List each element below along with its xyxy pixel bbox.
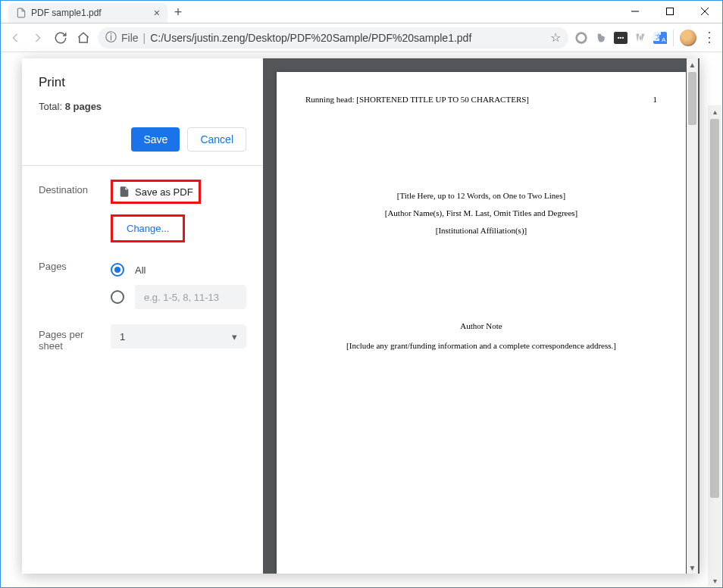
scroll-thumb[interactable]	[688, 72, 696, 125]
destination-value[interactable]: Save as PDF	[111, 180, 201, 204]
svg-text:文: 文	[656, 33, 662, 40]
save-button[interactable]: Save	[131, 127, 180, 152]
extension-icon-circle[interactable]	[574, 31, 588, 45]
doc-affiliation: [Institutional Affiliation(s)]	[305, 222, 657, 239]
page-number: 1	[653, 95, 658, 104]
browser-tab[interactable]: PDF sample1.pdf ×	[8, 3, 167, 23]
print-panel: Print Total: 8 pages Save Cancel Destina…	[22, 58, 263, 574]
minimize-button[interactable]	[618, 0, 653, 23]
cancel-button[interactable]: Cancel	[187, 127, 246, 152]
close-window-button[interactable]	[687, 0, 722, 23]
svg-point-4	[577, 33, 587, 42]
doc-title: [Title Here, up to 12 Words, on One to T…	[305, 187, 657, 205]
extension-icon-translate[interactable]: 文A	[653, 32, 667, 44]
destination-value-text: Save as PDF	[135, 186, 193, 198]
bookmark-star-icon[interactable]: ☆	[550, 30, 561, 45]
extension-icon-box[interactable]: •••	[614, 32, 628, 44]
print-total-prefix: Total:	[39, 101, 65, 112]
back-button[interactable]	[7, 30, 23, 46]
url-scheme: File	[121, 32, 139, 44]
pages-all-label: All	[135, 264, 146, 276]
print-total: Total: 8 pages	[39, 101, 246, 112]
print-title: Print	[39, 75, 246, 90]
site-info-icon[interactable]: ⓘ	[105, 30, 117, 45]
file-icon	[16, 8, 27, 18]
toolbar: ⓘ File | C:/Users/justin.zeng/Desktop/PD…	[1, 23, 722, 52]
preview-scrollbar[interactable]: ▲ ▼	[687, 58, 698, 574]
extension-icon-adobe[interactable]	[634, 31, 647, 45]
home-button[interactable]	[75, 30, 92, 46]
pages-range-radio[interactable]	[111, 290, 124, 304]
forward-button[interactable]	[30, 30, 46, 46]
reload-button[interactable]	[52, 30, 69, 46]
url-path: C:/Users/justin.zeng/Desktop/PDF%20Sampl…	[150, 32, 471, 44]
running-head: Running head: [SHORTENED TITLE UP TO 50 …	[305, 95, 529, 104]
extension-icon-evernote[interactable]	[594, 31, 608, 45]
address-bar[interactable]: ⓘ File | C:/Users/justin.zeng/Desktop/PD…	[98, 27, 568, 48]
change-destination-button[interactable]: Change...	[111, 214, 185, 242]
print-preview[interactable]: Running head: [SHORTENED TITLE UP TO 50 …	[263, 58, 700, 574]
pages-range-placeholder: e.g. 1-5, 8, 11-13	[144, 292, 219, 303]
author-note-body: [Include any grant/funding information a…	[305, 341, 657, 350]
page-scrollbar[interactable]: ▴ ▾	[708, 105, 721, 586]
url-separator: |	[143, 32, 146, 44]
close-tab-icon[interactable]: ×	[154, 7, 160, 19]
window-controls	[618, 0, 722, 23]
scroll-down-icon[interactable]: ▾	[708, 574, 721, 586]
maximize-button[interactable]	[653, 0, 687, 23]
preview-page: Running head: [SHORTENED TITLE UP TO 50 …	[277, 72, 686, 574]
author-note-heading: Author Note	[305, 321, 657, 330]
svg-text:A: A	[662, 36, 666, 43]
doc-author: [Author Name(s), First M. Last, Omit Tit…	[305, 205, 657, 222]
pages-per-sheet-label: Pages persheet	[39, 324, 111, 352]
pdf-file-icon	[118, 186, 130, 198]
scroll-thumb[interactable]	[710, 119, 719, 498]
browser-menu-button[interactable]: ⋮	[703, 35, 716, 40]
print-total-value: 8 pages	[65, 101, 102, 112]
print-dialog: Print Total: 8 pages Save Cancel Destina…	[22, 58, 700, 574]
tab-title: PDF sample1.pdf	[31, 8, 102, 18]
pages-per-sheet-value: 1	[120, 331, 125, 342]
destination-label: Destination	[39, 180, 111, 242]
scroll-up-icon[interactable]: ▴	[708, 105, 721, 117]
new-tab-button[interactable]: +	[167, 2, 189, 23]
pages-label: Pages	[39, 256, 111, 311]
content-area: Print Total: 8 pages Save Cancel Destina…	[1, 52, 722, 587]
scroll-up-icon[interactable]: ▲	[687, 58, 698, 70]
pages-all-radio[interactable]	[111, 263, 124, 277]
svg-rect-1	[667, 8, 674, 15]
pages-per-sheet-select[interactable]: 1 ▾	[111, 324, 246, 349]
separator	[673, 30, 674, 46]
scroll-down-icon[interactable]: ▼	[687, 561, 698, 574]
titlebar: PDF sample1.pdf × +	[1, 1, 722, 23]
pages-range-input[interactable]: e.g. 1-5, 8, 11-13	[135, 285, 246, 309]
chevron-down-icon: ▾	[232, 331, 237, 342]
profile-avatar[interactable]	[680, 30, 696, 46]
